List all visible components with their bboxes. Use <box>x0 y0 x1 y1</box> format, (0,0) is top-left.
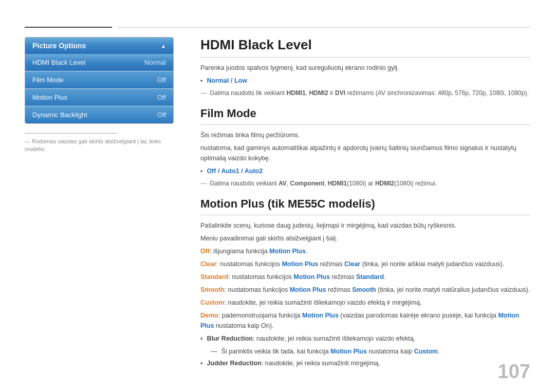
menu-header: Picture Options ▲ <box>25 38 173 54</box>
page-number: 107 <box>498 361 530 383</box>
motion-off-line: Off: išjungiama funkcija Motion Plus. <box>200 246 530 256</box>
footnote-divider <box>25 133 117 134</box>
blur-reduction-sub: — Ši parinktis veikia tik tada, kai funk… <box>211 346 530 357</box>
motion-body1: Pašalinkite scenų, kuriose daug judesių,… <box>200 220 530 231</box>
left-panel: Picture Options ▲ HDMI Black Level Norma… <box>25 37 174 154</box>
motion-divider <box>200 215 530 215</box>
menu-item-hdmi[interactable]: HDMI Black Level Normal <box>25 54 173 71</box>
section-hdmi: HDMI Black Level Parenka juodos spalvos … <box>200 37 530 98</box>
judder-reduction-text: Judder Reduction: naudokite, jei reikia … <box>207 358 380 367</box>
motion-smooth-line: Smooth: nustatomas funkcijos Motion Plus… <box>200 285 530 295</box>
blur-reduction-bullet: • Blur Reduction: naudokite, jei reikia … <box>200 333 530 344</box>
menu-title: Picture Options <box>32 42 86 50</box>
menu-item-motion-value: Off <box>157 94 166 101</box>
film-divider <box>200 124 530 125</box>
motion-custom-line: Custom: naudokite, jei reikia sumažinti … <box>200 297 530 308</box>
motion-demo-line: Demo: pademonstruojama funkcija Motion P… <box>200 310 530 331</box>
motion-standard-line: Standard: nustatomas funkcijos Motion Pl… <box>200 272 530 282</box>
blur-reduction-sub-text: Ši parinktis veikia tik tada, kai funkci… <box>221 346 440 357</box>
judder-reduction-bullet: • Judder Reduction: naudokite, jei reiki… <box>200 358 530 367</box>
film-bullet-options: • Off / Auto1 / Auto2 <box>200 166 530 177</box>
section-motion: Motion Plus (tik ME55C modelis) Pašalink… <box>200 197 530 367</box>
menu-item-hdmi-value: Normal <box>144 59 166 66</box>
menu-item-film[interactable]: Film Mode Off <box>25 71 173 89</box>
bullet-icon: • <box>200 334 202 344</box>
hdmi-option-normal-low: Normal / Low <box>207 76 247 86</box>
menu-arrow-icon: ▲ <box>161 43 166 49</box>
bullet-icon: • <box>200 76 202 86</box>
film-options: Off / Auto1 / Auto2 <box>207 166 263 176</box>
dash-icon: — <box>200 88 207 98</box>
film-note: — Galima naudotis veikiant AV, Component… <box>200 179 530 188</box>
motion-title: Motion Plus (tik ME55C modelis) <box>200 197 530 211</box>
film-title: Film Mode <box>200 107 530 120</box>
film-body1: Šis režimas tinka filmų peržiūroms. <box>200 130 530 140</box>
hdmi-bullet-normal-low: • Normal / Low <box>200 76 530 86</box>
menu-item-dynamic[interactable]: Dynamic Backlight Off <box>25 106 173 123</box>
motion-clear-line: Clear: nustatomas funkcijos Motion Plus … <box>200 259 530 269</box>
bullet-icon: • <box>200 359 202 367</box>
blur-reduction-text: Blur Reduction: naudokite, jei reikia su… <box>207 333 415 344</box>
hdmi-divider <box>200 57 530 58</box>
dash-icon: — <box>211 346 217 357</box>
dash-icon: — <box>200 179 207 188</box>
menu-item-film-label: Film Mode <box>32 76 64 84</box>
top-line-long <box>117 27 530 28</box>
menu-item-motion-label: Motion Plus <box>32 94 67 101</box>
top-decorative-lines <box>0 27 555 28</box>
motion-body2: Meniu pavadinimai gali skirtis atsižvelg… <box>200 233 530 244</box>
hdmi-title: HDMI Black Level <box>200 37 530 53</box>
menu-box: Picture Options ▲ HDMI Black Level Norma… <box>25 37 174 124</box>
menu-item-dynamic-label: Dynamic Backlight <box>32 111 87 119</box>
bullet-icon: • <box>200 166 202 177</box>
hdmi-body: Parenka juodos spalvos lygmenį, kad sure… <box>200 63 530 73</box>
footnote-text: — Rodomas vaizdas gali skirtis atsižvelg… <box>25 138 174 154</box>
section-film: Film Mode Šis režimas tinka filmų peržiū… <box>200 107 530 188</box>
menu-item-hdmi-label: HDMI Black Level <box>32 59 85 66</box>
hdmi-note: — Galima naudotis tik veikiant HDMI1, HD… <box>200 88 530 98</box>
menu-item-film-value: Off <box>157 76 166 84</box>
top-line-short <box>25 27 112 28</box>
menu-item-dynamic-value: Off <box>157 111 166 119</box>
film-note-text: Galima naudotis veikiant AV, Component, … <box>210 179 437 188</box>
hdmi-note-text: Galima naudotis tik veikiant HDMI1, HDMI… <box>210 88 529 98</box>
right-content: HDMI Black Level Parenka juodos spalvos … <box>200 37 530 367</box>
menu-item-motion[interactable]: Motion Plus Off <box>25 89 173 106</box>
film-body2: nustatoma, kad gaminys automatiškai atpa… <box>200 143 530 163</box>
